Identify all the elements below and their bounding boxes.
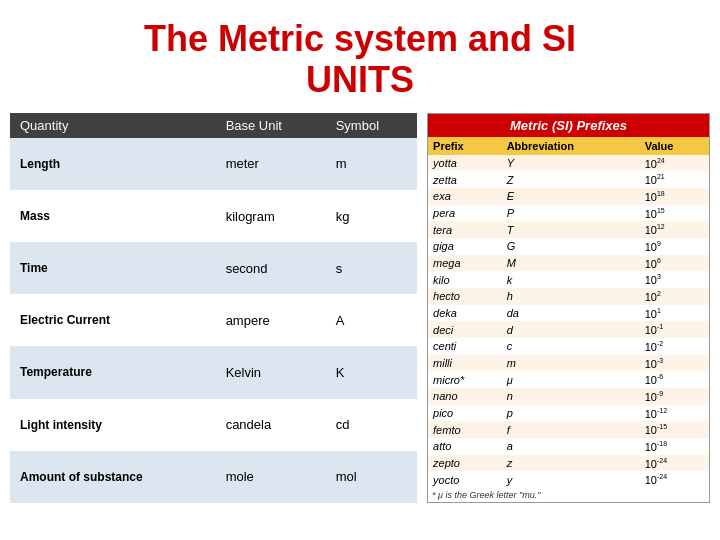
prefix-value: 10-15	[640, 421, 709, 438]
prefix-abbr: n	[502, 388, 640, 405]
table-cell: Light intensity	[10, 399, 216, 451]
list-item: dekada101	[428, 305, 709, 322]
prefix-value: 102	[640, 288, 709, 305]
prefix-col-value: Value	[640, 137, 709, 155]
prefix-name: zepto	[428, 455, 502, 472]
table-cell: kg	[326, 190, 417, 242]
prefix-name: hecto	[428, 288, 502, 305]
table-cell: Length	[10, 138, 216, 190]
prefix-abbr: T	[502, 221, 640, 238]
list-item: hectoh102	[428, 288, 709, 305]
prefix-name: pera	[428, 205, 502, 222]
list-item: micro*μ10-6	[428, 371, 709, 388]
table-cell: second	[216, 242, 326, 294]
prefix-name: exa	[428, 188, 502, 205]
table-row: Electric CurrentampereA	[10, 294, 417, 346]
list-item: zeptoz10-24	[428, 455, 709, 472]
prefix-value: 101	[640, 305, 709, 322]
list-item: kilok103	[428, 271, 709, 288]
prefix-value: 10-18	[640, 438, 709, 455]
prefix-name: centi	[428, 338, 502, 355]
table-cell: Time	[10, 242, 216, 294]
prefix-table: Prefix Abbreviation Value yottaY1024zett…	[428, 137, 709, 488]
prefix-table-title: Metric (SI) Prefixes	[428, 114, 709, 137]
list-item: megaM106	[428, 255, 709, 272]
prefix-value: 10-1	[640, 321, 709, 338]
prefix-abbr: E	[502, 188, 640, 205]
prefix-name: yocto	[428, 471, 502, 488]
table-row: Timeseconds	[10, 242, 417, 294]
prefix-abbr: f	[502, 421, 640, 438]
table-cell: m	[326, 138, 417, 190]
list-item: attoa10-18	[428, 438, 709, 455]
prefix-name: giga	[428, 238, 502, 255]
prefix-abbr: m	[502, 355, 640, 372]
prefix-abbr: a	[502, 438, 640, 455]
prefix-abbr: k	[502, 271, 640, 288]
list-item: teraT1012	[428, 221, 709, 238]
prefix-value: 103	[640, 271, 709, 288]
prefix-value: 10-24	[640, 455, 709, 472]
prefix-abbr: da	[502, 305, 640, 322]
table-cell: ampere	[216, 294, 326, 346]
prefix-name: nano	[428, 388, 502, 405]
prefix-value: 1012	[640, 221, 709, 238]
table-cell: Electric Current	[10, 294, 216, 346]
list-item: decid10-1	[428, 321, 709, 338]
table-row: Amount of substancemolemol	[10, 451, 417, 503]
list-item: gigaG109	[428, 238, 709, 255]
list-item: nanon10-9	[428, 388, 709, 405]
prefix-value: 10-12	[640, 405, 709, 422]
table-row: Lengthmeterm	[10, 138, 417, 190]
list-item: yottaY1024	[428, 155, 709, 172]
prefix-name: pico	[428, 405, 502, 422]
prefix-value: 1021	[640, 171, 709, 188]
list-item: picop10-12	[428, 405, 709, 422]
prefix-name: milli	[428, 355, 502, 372]
prefix-value: 10-3	[640, 355, 709, 372]
prefix-abbr: P	[502, 205, 640, 222]
prefix-name: deci	[428, 321, 502, 338]
prefix-name: yotta	[428, 155, 502, 172]
list-item: femtof10-15	[428, 421, 709, 438]
list-item: peraP1015	[428, 205, 709, 222]
prefix-abbr: Y	[502, 155, 640, 172]
table-cell: mol	[326, 451, 417, 503]
prefix-abbr: p	[502, 405, 640, 422]
page-title: The Metric system and SI UNITS	[0, 0, 720, 113]
col-header-quantity: Quantity	[10, 113, 216, 138]
prefix-value: 109	[640, 238, 709, 255]
si-units-table: Quantity Base Unit Symbol LengthmetermMa…	[10, 113, 417, 503]
prefix-value: 10-2	[640, 338, 709, 355]
table-cell: K	[326, 346, 417, 398]
prefix-col-abbr: Abbreviation	[502, 137, 640, 155]
table-cell: s	[326, 242, 417, 294]
table-row: TemperatureKelvinK	[10, 346, 417, 398]
prefix-abbr: M	[502, 255, 640, 272]
table-cell: mole	[216, 451, 326, 503]
table-row: Masskilogramkg	[10, 190, 417, 242]
prefix-name: micro*	[428, 371, 502, 388]
prefix-name: deka	[428, 305, 502, 322]
list-item: centic10-2	[428, 338, 709, 355]
prefix-note: * μ is the Greek letter "mu."	[428, 488, 709, 502]
list-item: zettaZ1021	[428, 171, 709, 188]
prefix-name: zetta	[428, 171, 502, 188]
table-cell: kilogram	[216, 190, 326, 242]
prefix-value: 1024	[640, 155, 709, 172]
prefix-col-prefix: Prefix	[428, 137, 502, 155]
prefix-value: 10-9	[640, 388, 709, 405]
prefix-abbr: μ	[502, 371, 640, 388]
list-item: yoctoy10-24	[428, 471, 709, 488]
prefix-value: 10-24	[640, 471, 709, 488]
prefix-abbr: h	[502, 288, 640, 305]
table-cell: Amount of substance	[10, 451, 216, 503]
prefix-name: femto	[428, 421, 502, 438]
prefix-abbr: d	[502, 321, 640, 338]
table-cell: A	[326, 294, 417, 346]
prefix-value: 1018	[640, 188, 709, 205]
prefix-name: tera	[428, 221, 502, 238]
table-cell: Kelvin	[216, 346, 326, 398]
prefix-abbr: Z	[502, 171, 640, 188]
prefix-value: 10-6	[640, 371, 709, 388]
